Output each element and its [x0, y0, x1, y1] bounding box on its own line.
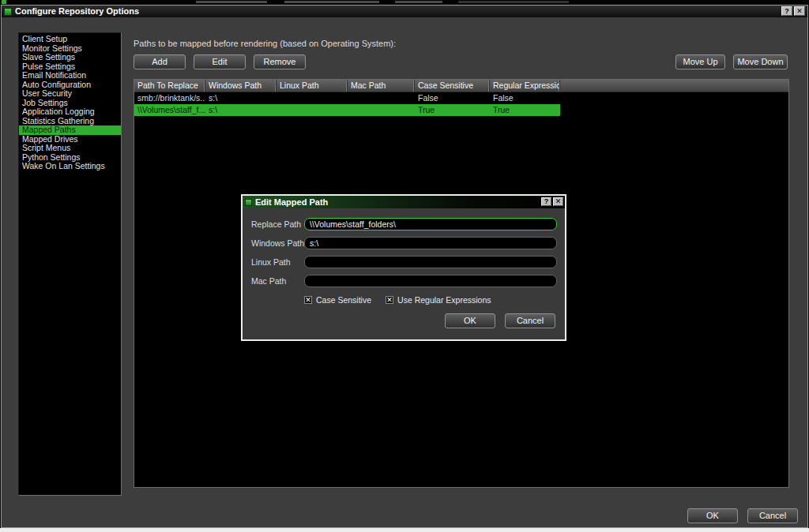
- sidebar-item-mapped-paths[interactable]: Mapped Paths: [19, 126, 121, 135]
- column-header-windows-path[interactable]: Windows Path: [205, 80, 277, 92]
- sidebar-item-slave-settings[interactable]: Slave Settings: [19, 53, 121, 62]
- dialog-app-icon: [245, 199, 252, 206]
- sidebar-item-client-setup[interactable]: Client Setup: [19, 35, 121, 44]
- add-button[interactable]: Add: [134, 54, 186, 69]
- mac-path-label: Mac Path: [251, 276, 286, 286]
- edit-button[interactable]: Edit: [194, 54, 246, 69]
- window-title: Configure Repository Options: [15, 6, 139, 17]
- column-header-case-sensitive[interactable]: Case Sensitive: [415, 80, 490, 92]
- column-header-regular-expression[interactable]: Regular Expression: [490, 80, 560, 92]
- cell-linux-path: [277, 104, 348, 116]
- dialog-cancel-button[interactable]: Cancel: [505, 313, 555, 328]
- windows-path-input[interactable]: [304, 237, 557, 249]
- dialog-title: Edit Mapped Path: [255, 197, 328, 207]
- cell-mac-path: [348, 104, 415, 116]
- window-titlebar[interactable]: Configure Repository Options ? ✕: [2, 6, 807, 17]
- dialog-close-button[interactable]: ✕: [553, 197, 563, 206]
- column-header-linux-path[interactable]: Linux Path: [277, 80, 348, 92]
- settings-nav: Client Setup Monitor Settings Slave Sett…: [18, 32, 122, 496]
- sidebar-item-script-menus[interactable]: Script Menus: [19, 144, 121, 153]
- cell-path-to-replace: \\Volumes\staff_f...: [134, 104, 205, 116]
- mac-path-input[interactable]: [304, 275, 557, 287]
- background-app-icon: [2, 0, 6, 4]
- table-row[interactable]: smb://brinktank/s... s:\ False False: [134, 92, 788, 104]
- case-sensitive-checkbox[interactable]: ✕ Case Sensitive: [304, 295, 371, 305]
- replace-path-label: Replace Path: [251, 219, 301, 229]
- cell-mac-path: [348, 92, 415, 104]
- column-header-mac-path[interactable]: Mac Path: [348, 80, 415, 92]
- background-artifact: [458, 1, 569, 3]
- table-header-row: Path To Replace Windows Path Linux Path …: [134, 80, 788, 92]
- edit-mapped-path-dialog: Edit Mapped Path ? ✕ Replace Path Window…: [241, 194, 566, 341]
- dialog-titlebar[interactable]: Edit Mapped Path ? ✕: [243, 196, 565, 208]
- sidebar-item-application-logging[interactable]: Application Logging: [19, 107, 121, 117]
- ok-button[interactable]: OK: [687, 508, 738, 523]
- mapped-paths-description: Paths to be mapped before rendering (bas…: [134, 39, 396, 48]
- table-row-selected[interactable]: \\Volumes\staff_f... s:\ True True: [134, 104, 560, 116]
- column-header-filler: [560, 80, 788, 92]
- checkbox-check-icon: ✕: [304, 296, 312, 304]
- cell-case-sensitive: True: [415, 104, 490, 116]
- sidebar-item-user-security[interactable]: User Security: [19, 89, 121, 99]
- windows-path-label: Windows Path: [251, 238, 304, 248]
- cell-case-sensitive: False: [415, 92, 490, 104]
- replace-path-input[interactable]: [304, 218, 557, 230]
- linux-path-label: Linux Path: [251, 257, 291, 267]
- screen: Configure Repository Options ? ✕ Client …: [0, 0, 809, 532]
- cell-windows-path: s:\: [205, 92, 277, 104]
- background-artifact: [395, 1, 442, 3]
- sidebar-item-email-notification[interactable]: Email Notification: [19, 71, 121, 81]
- checkbox-check-icon: ✕: [386, 296, 393, 304]
- desktop-bottom-strip: [0, 528, 809, 532]
- dialog-ok-button[interactable]: OK: [445, 313, 495, 328]
- linux-path-input[interactable]: [304, 256, 557, 268]
- cancel-button[interactable]: Cancel: [747, 508, 798, 523]
- help-button[interactable]: ?: [781, 6, 792, 16]
- move-up-button[interactable]: Move Up: [675, 54, 725, 69]
- cell-regular-expression: False: [490, 92, 560, 104]
- remove-button[interactable]: Remove: [254, 54, 306, 69]
- cell-windows-path: s:\: [205, 104, 277, 116]
- case-sensitive-checkbox-label: Case Sensitive: [316, 295, 371, 305]
- use-regular-expressions-checkbox[interactable]: ✕ Use Regular Expressions: [386, 295, 491, 305]
- cell-path-to-replace: smb://brinktank/s...: [134, 92, 205, 104]
- cell-linux-path: [277, 92, 348, 104]
- cell-regular-expression: True: [490, 104, 560, 116]
- column-header-path-to-replace[interactable]: Path To Replace: [134, 80, 205, 92]
- close-button[interactable]: ✕: [794, 6, 805, 16]
- move-down-button[interactable]: Move Down: [733, 54, 788, 69]
- app-icon: [4, 8, 12, 16]
- background-artifact: [196, 1, 267, 3]
- dialog-help-button[interactable]: ?: [541, 197, 551, 206]
- sidebar-item-wake-on-lan-settings[interactable]: Wake On Lan Settings: [19, 162, 121, 171]
- use-regular-expressions-checkbox-label: Use Regular Expressions: [397, 295, 491, 305]
- background-artifact: [284, 1, 379, 3]
